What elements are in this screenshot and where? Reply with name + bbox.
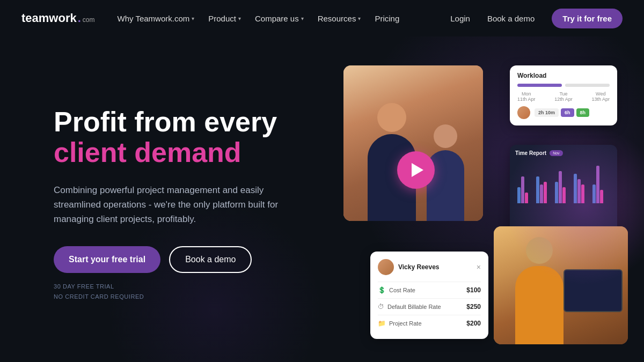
play-video-button[interactable] xyxy=(397,151,435,189)
hero-disclaimer: 30 DAY FREE TRIAL NO CREDIT CARD REQUIRE… xyxy=(54,282,333,303)
nav-right: Login Book a demo Try it for free xyxy=(450,9,623,28)
try-free-button[interactable]: Try it for free xyxy=(552,9,623,28)
nav-compare-us[interactable]: Compare us ▾ xyxy=(250,11,309,26)
chart-bar-group-2 xyxy=(536,176,553,203)
rates-header: Vicky Reeves × xyxy=(378,259,481,275)
bar-pink-4 xyxy=(581,184,584,203)
hero-photo-main xyxy=(343,65,483,221)
project-rate-icon: 📁 xyxy=(378,320,386,327)
chart-bar-group-1 xyxy=(517,176,535,203)
nav-resources[interactable]: Resources ▾ xyxy=(312,11,367,26)
bar-blue-4 xyxy=(574,174,577,203)
workload-cell-3: 8h xyxy=(576,108,590,117)
hero-photo-laptop xyxy=(494,226,628,344)
login-link[interactable]: Login xyxy=(450,14,470,23)
rate-label-2: ⏱ Default Billable Rate xyxy=(378,303,441,311)
chevron-down-icon: ▾ xyxy=(238,16,241,21)
nav-product[interactable]: Product ▾ xyxy=(203,11,246,26)
billable-rate-icon: ⏱ xyxy=(378,303,384,311)
rate-row-1: 💲 Cost Rate $100 xyxy=(378,282,481,298)
timereport-title: Time Report xyxy=(515,150,546,156)
chart-bar-group-3 xyxy=(555,171,572,203)
bar-purple-3 xyxy=(559,171,562,203)
rate-label-3: 📁 Project Rate xyxy=(378,320,422,327)
cost-rate-icon: 💲 xyxy=(378,286,386,294)
timereport-header: Time Report Nov xyxy=(515,150,612,156)
logo-com: com xyxy=(83,16,95,24)
logo-text: teamwork xyxy=(21,11,77,25)
bar-purple-5 xyxy=(596,166,599,203)
bar-blue-1 xyxy=(517,187,521,203)
bar-pink-2 xyxy=(544,182,547,203)
hero-section: Profit from every client demand Combinin… xyxy=(0,36,644,362)
workload-bar-filled xyxy=(517,84,562,87)
hero-content: Profit from every client demand Combinin… xyxy=(54,107,333,303)
chevron-down-icon: ▾ xyxy=(301,16,304,21)
workload-widget: Workload Mon11th Apr Tue12th Apr Wed13th… xyxy=(510,65,617,125)
rate-value-1: $100 xyxy=(466,286,481,294)
bar-blue-5 xyxy=(592,184,596,203)
navbar: teamwork.com Why Teamwork.com ▾ Product … xyxy=(0,0,644,36)
hero-heading-accent: client demand xyxy=(54,137,333,168)
bar-pink-1 xyxy=(525,193,528,203)
nav-pricing[interactable]: Pricing xyxy=(369,11,405,26)
hero-subtext: Combining powerful project management an… xyxy=(54,183,290,227)
chevron-down-icon: ▾ xyxy=(358,16,361,21)
logo-dot: . xyxy=(78,11,81,25)
bar-pink-5 xyxy=(600,190,603,203)
rates-close-button[interactable]: × xyxy=(477,263,481,271)
bar-blue-2 xyxy=(536,176,539,203)
book-demo-button[interactable]: Book a demo xyxy=(169,246,252,273)
timereport-chart xyxy=(515,160,612,203)
rates-user: Vicky Reeves xyxy=(378,259,440,275)
bar-purple-2 xyxy=(540,184,543,203)
workload-row: 2h 10m 6h 8h xyxy=(517,106,610,119)
rates-avatar xyxy=(378,259,394,275)
rate-value-2: $250 xyxy=(466,303,481,311)
workload-title: Workload xyxy=(517,72,610,79)
bar-purple-4 xyxy=(577,179,581,203)
chart-bar-group-5 xyxy=(592,166,610,203)
laptop-screen xyxy=(564,269,623,312)
bar-purple-1 xyxy=(521,176,524,203)
bar-blue-3 xyxy=(555,182,558,203)
workload-bar-empty xyxy=(565,84,610,87)
hero-heading: Profit from every client demand xyxy=(54,107,333,168)
logo-link[interactable]: teamwork.com xyxy=(21,11,95,25)
workload-cell-2: 6h xyxy=(561,108,574,117)
timereport-badge: Nov xyxy=(550,150,562,156)
avatar xyxy=(517,106,530,119)
rate-label-1: 💲 Cost Rate xyxy=(378,286,415,294)
workload-cell-1: 2h 10m xyxy=(535,108,559,117)
start-trial-button[interactable]: Start your free trial xyxy=(54,246,160,273)
chart-bar-group-4 xyxy=(574,174,591,203)
rates-user-name: Vicky Reeves xyxy=(398,263,440,271)
nav-why-teamwork[interactable]: Why Teamwork.com ▾ xyxy=(112,11,200,26)
nav-links: Why Teamwork.com ▾ Product ▾ Compare us … xyxy=(112,11,451,26)
hero-collage: Workload Mon11th Apr Tue12th Apr Wed13th… xyxy=(343,65,623,344)
rates-widget: Vicky Reeves × 💲 Cost Rate $100 ⏱ Defaul… xyxy=(370,252,488,339)
play-icon xyxy=(412,163,423,177)
hero-buttons: Start your free trial Book a demo xyxy=(54,246,333,273)
rate-row-2: ⏱ Default Billable Rate $250 xyxy=(378,298,481,315)
rate-row-3: 📁 Project Rate $200 xyxy=(378,315,481,331)
rate-value-3: $200 xyxy=(466,320,481,327)
chevron-down-icon: ▾ xyxy=(192,16,194,21)
workload-dates: Mon11th Apr Tue12th Apr Wed13th Apr xyxy=(517,91,610,102)
book-demo-nav-link[interactable]: Book a demo xyxy=(479,10,543,27)
workload-cells: 2h 10m 6h 8h xyxy=(535,108,589,117)
bar-pink-3 xyxy=(562,187,566,203)
